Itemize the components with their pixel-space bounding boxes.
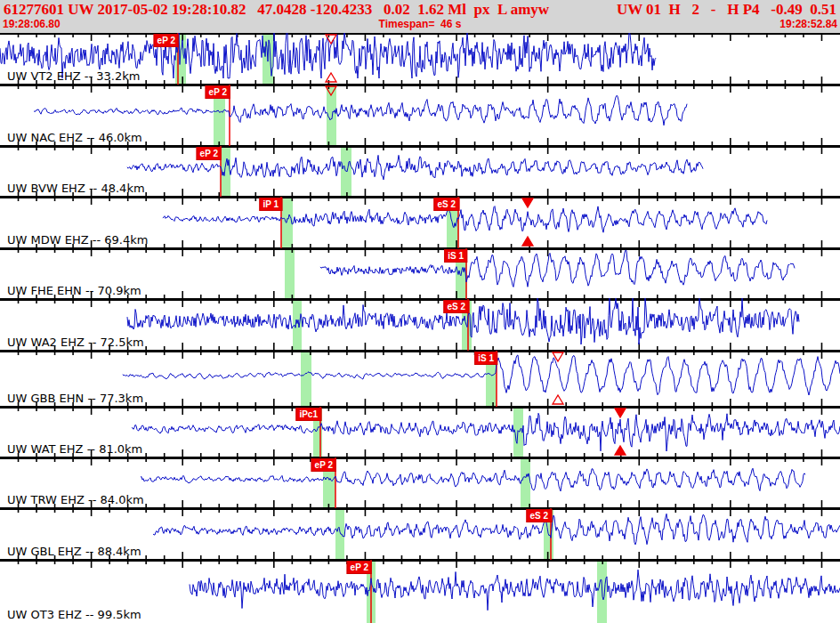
trace-label: UW VT2 EHZ -- 33.2km — [7, 69, 140, 83]
arrival-window-highlight — [521, 457, 530, 508]
trace-label: UW GBL EHZ -- 88.4km — [7, 545, 141, 558]
seismogram-trace[interactable] — [320, 250, 795, 287]
pick-flag[interactable]: eP 2 — [206, 85, 230, 99]
seismic-picker-window: eP 2UW VT2 EHZ -- 33.2kmeP 2UW NAC EHZ -… — [0, 0, 840, 623]
arrival-marker-open — [553, 395, 563, 404]
arrival-window-highlight — [301, 351, 311, 407]
window-end-time: 19:28:52.84 — [779, 18, 837, 31]
pick-flag[interactable]: iS 1 — [444, 249, 467, 263]
arrival-marker-filled — [522, 237, 533, 246]
arrival-marker-open — [326, 73, 336, 82]
arrival-marker-filled — [522, 198, 533, 207]
seismogram-trace[interactable] — [132, 413, 840, 451]
time-window-line: 19:28:06.80 Timespan= 46 s 19:28:52.84 — [0, 18, 840, 31]
trace-label: UW FHE EHN -- 70.9km — [7, 284, 141, 297]
trace-label: UW TRW EHZ -- 84.0km — [7, 493, 144, 506]
arrival-marker-open — [553, 352, 563, 361]
seismogram-trace[interactable] — [141, 468, 805, 491]
trace-label: UW WAT EHZ -- 81.0km — [7, 442, 142, 456]
pick-flag[interactable]: iS 1 — [474, 352, 497, 365]
timespan-label: Timespan= 46 s — [379, 18, 462, 31]
trace-area: eP 2UW VT2 EHZ -- 33.2kmeP 2UW NAC EHZ -… — [0, 0, 840, 623]
pick-flag[interactable]: eS 2 — [433, 198, 459, 211]
arrival-marker-filled — [615, 409, 626, 417]
event-header: 61277601 UW 2017-05-02 19:28:10.82 47.04… — [0, 0, 840, 33]
pick-flag[interactable]: iPc1 — [295, 408, 321, 421]
pick-flag[interactable]: iP 1 — [259, 198, 282, 211]
trace-label: UW BVW EHZ -- 48.4km — [7, 182, 145, 195]
seismogram-trace[interactable] — [190, 570, 840, 611]
event-summary-left: 61277601 UW 2017-05-02 19:28:10.82 47.04… — [4, 1, 549, 18]
pick-flag[interactable]: eP 2 — [311, 458, 336, 472]
event-summary-line: 61277601 UW 2017-05-02 19:28:10.82 47.04… — [0, 0, 840, 18]
pick-flag[interactable]: eP 2 — [154, 34, 179, 47]
trace-label: UW WA2 EHZ -- 72.5km — [7, 336, 144, 349]
trace-label: UW MDW EHZ -- 69.4km — [7, 233, 148, 247]
arrival-window-highlight — [285, 248, 295, 299]
event-summary-right: UW 01 H 2 - H P4 -0.49 0.51 — [617, 1, 836, 18]
arrival-marker-filled — [615, 446, 626, 455]
trace-label: UW OT3 EHZ -- 99.5km — [7, 608, 141, 621]
trace-label: UW NAC EHZ -- 46.0km — [7, 131, 142, 144]
arrival-window-highlight — [335, 508, 344, 560]
seismogram-trace[interactable] — [34, 95, 687, 125]
pick-flag[interactable]: eS 2 — [443, 300, 469, 313]
window-start-time: 19:28:06.80 — [3, 18, 61, 31]
seismogram-canvas — [0, 0, 840, 623]
pick-flag[interactable]: eP 2 — [197, 147, 222, 160]
seismogram-trace[interactable] — [163, 206, 767, 233]
pick-flag[interactable]: eP 2 — [347, 561, 372, 574]
seismogram-trace[interactable] — [153, 514, 840, 545]
pick-flag[interactable]: eS 2 — [526, 509, 552, 522]
trace-label: UW GBB EHN -- 77.3km — [7, 392, 143, 405]
